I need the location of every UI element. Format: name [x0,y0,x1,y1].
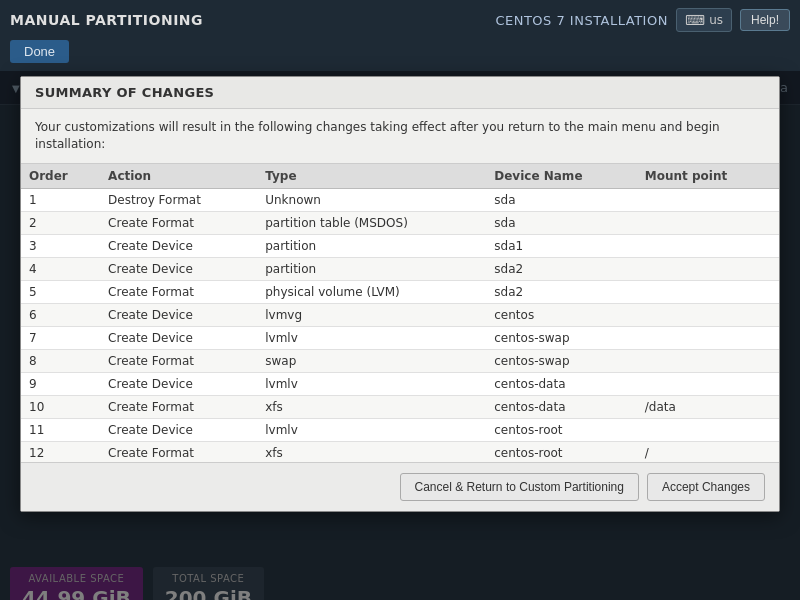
table-row: 11Create Devicelvmlvcentos-root [21,418,779,441]
cell-mount [637,418,779,441]
table-header: Order Action Type Device Name Mount poin… [21,164,779,189]
cell-order: 7 [21,326,100,349]
cell-device: sda [486,211,637,234]
cell-mount: / [637,441,779,463]
table-row: 9Create Devicelvmlvcentos-data [21,372,779,395]
accept-button[interactable]: Accept Changes [647,473,765,501]
modal-description: Your customizations will result in the f… [21,109,779,163]
cell-action: Create Format [100,441,257,463]
cell-action: Create Format [100,280,257,303]
changes-table-container: Order Action Type Device Name Mount poin… [21,163,779,463]
cell-type: lvmlv [257,372,486,395]
cell-device: centos-data [486,395,637,418]
cell-order: 9 [21,372,100,395]
col-mount: Mount point [637,164,779,189]
cell-order: 6 [21,303,100,326]
keyboard-icon: ⌨ [685,12,705,28]
done-button[interactable]: Done [10,40,69,63]
cell-action: Create Device [100,303,257,326]
cell-device: sda [486,188,637,211]
cell-mount [637,188,779,211]
cell-action: Destroy Format [100,188,257,211]
changes-table: Order Action Type Device Name Mount poin… [21,164,779,463]
cell-device: sda2 [486,257,637,280]
modal-buttons: Cancel & Return to Custom Partitioning A… [21,463,779,511]
cell-type: xfs [257,441,486,463]
cell-type: partition [257,257,486,280]
cell-action: Create Device [100,418,257,441]
table-row: 12Create Formatxfscentos-root/ [21,441,779,463]
cell-action: Create Format [100,395,257,418]
cell-mount [637,372,779,395]
cell-device: centos-root [486,441,637,463]
cell-device: centos-data [486,372,637,395]
table-row: 3Create Devicepartitionsda1 [21,234,779,257]
table-row: 2Create Formatpartition table (MSDOS)sda [21,211,779,234]
keyboard-lang: us [709,13,723,27]
cell-mount [637,211,779,234]
table-row: 5Create Formatphysical volume (LVM)sda2 [21,280,779,303]
top-bar-right: CENTOS 7 INSTALLATION ⌨ us Help! [495,8,790,32]
top-bar: MANUAL PARTITIONING CENTOS 7 INSTALLATIO… [0,0,800,40]
cell-mount [637,303,779,326]
table-row: 8Create Formatswapcentos-swap [21,349,779,372]
cell-type: Unknown [257,188,486,211]
cell-order: 10 [21,395,100,418]
cell-device: centos [486,303,637,326]
cell-device: sda2 [486,280,637,303]
cell-mount [637,257,779,280]
cell-mount: /data [637,395,779,418]
cell-order: 11 [21,418,100,441]
keyboard-button[interactable]: ⌨ us [676,8,732,32]
cell-action: Create Device [100,326,257,349]
table-row: 4Create Devicepartitionsda2 [21,257,779,280]
cell-device: centos-swap [486,349,637,372]
cell-type: xfs [257,395,486,418]
cell-order: 8 [21,349,100,372]
cell-type: physical volume (LVM) [257,280,486,303]
help-button[interactable]: Help! [740,9,790,31]
table-row: 1Destroy FormatUnknownsda [21,188,779,211]
cell-type: lvmvg [257,303,486,326]
cell-order: 4 [21,257,100,280]
col-device: Device Name [486,164,637,189]
cell-action: Create Device [100,257,257,280]
cell-device: centos-root [486,418,637,441]
main-area: New CentOS 7 Installation centos-data SU… [0,71,800,600]
cell-mount [637,234,779,257]
cell-device: centos-swap [486,326,637,349]
app-title: MANUAL PARTITIONING [10,12,203,28]
cell-mount [637,280,779,303]
cell-mount [637,326,779,349]
cell-device: sda1 [486,234,637,257]
cell-type: lvmlv [257,326,486,349]
summary-modal: SUMMARY OF CHANGES Your customizations w… [20,76,780,512]
table-row: 10Create Formatxfscentos-data/data [21,395,779,418]
table-body: 1Destroy FormatUnknownsda2Create Formatp… [21,188,779,463]
cell-type: partition table (MSDOS) [257,211,486,234]
modal-title: SUMMARY OF CHANGES [21,77,779,109]
cell-order: 12 [21,441,100,463]
cell-type: swap [257,349,486,372]
cell-type: partition [257,234,486,257]
cancel-button[interactable]: Cancel & Return to Custom Partitioning [400,473,639,501]
cell-order: 2 [21,211,100,234]
col-action: Action [100,164,257,189]
cell-action: Create Device [100,372,257,395]
cell-action: Create Format [100,211,257,234]
cell-order: 3 [21,234,100,257]
col-order: Order [21,164,100,189]
modal-overlay: SUMMARY OF CHANGES Your customizations w… [0,71,800,600]
cell-action: Create Format [100,349,257,372]
centos-title: CENTOS 7 INSTALLATION [495,13,668,28]
cell-action: Create Device [100,234,257,257]
cell-order: 1 [21,188,100,211]
table-row: 6Create Devicelvmvgcentos [21,303,779,326]
col-type: Type [257,164,486,189]
cell-order: 5 [21,280,100,303]
cell-type: lvmlv [257,418,486,441]
cell-mount [637,349,779,372]
table-row: 7Create Devicelvmlvcentos-swap [21,326,779,349]
